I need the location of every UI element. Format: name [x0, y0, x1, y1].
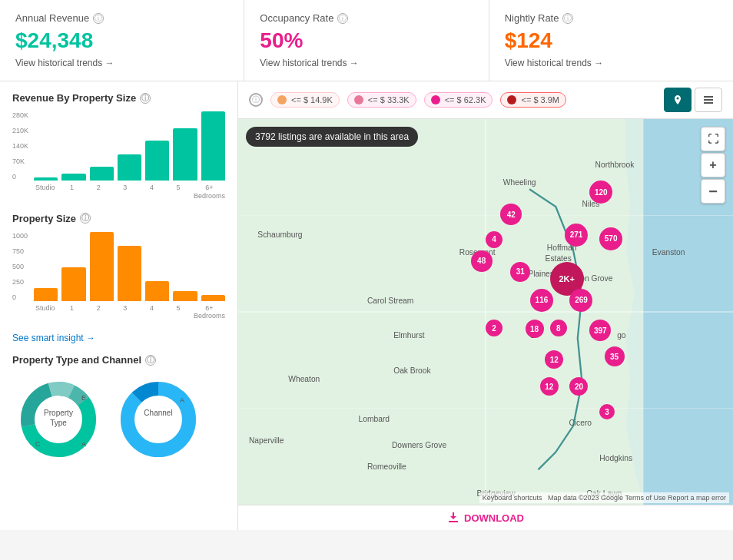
- list-view-button[interactable]: [695, 88, 722, 112]
- x-3-prop: 3: [114, 304, 137, 321]
- x-5-prop: 5: [167, 304, 190, 321]
- revenue-chart-section: Revenue By Property Size ⓘ 280K 210K 140…: [12, 92, 225, 200]
- nightly-rate-value: $124: [505, 28, 718, 53]
- map-view-button[interactable]: [664, 88, 692, 112]
- cluster-271[interactable]: 271: [565, 224, 588, 247]
- nightly-rate-link[interactable]: View historical trends →: [505, 58, 718, 68]
- svg-text:Downers Grove: Downers Grove: [392, 441, 447, 449]
- revenue-info-icon: ⓘ: [140, 93, 151, 104]
- annual-revenue-card: Annual Revenue ⓘ $24,348 View historical…: [0, 0, 244, 81]
- rev-bar-4: [145, 141, 169, 181]
- svg-text:Wheeling: Wheeling: [503, 178, 536, 187]
- svg-text:Carol Stream: Carol Stream: [367, 297, 413, 305]
- annual-revenue-link[interactable]: View historical trends →: [15, 58, 228, 68]
- property-type-donut-container: Property Type E C A: [12, 373, 104, 466]
- right-panel: ⓘ <= $ 14.9K <= $ 33.3K <= $ 62.3K <= $ …: [238, 81, 733, 530]
- channel-donut: Channel A: [112, 373, 204, 466]
- cluster-2[interactable]: 2: [486, 320, 502, 336]
- svg-text:Wheaton: Wheaton: [288, 375, 320, 383]
- smart-insight-link[interactable]: See smart insight →: [12, 333, 225, 343]
- prop-bar-1: [61, 267, 85, 300]
- y-label-250: 250: [12, 278, 28, 286]
- y-label-750: 750: [12, 247, 28, 255]
- cluster-18[interactable]: 18: [526, 320, 544, 338]
- cluster-116[interactable]: 116: [530, 289, 553, 312]
- svg-text:Channel: Channel: [144, 409, 172, 417]
- x-1-rev: 1: [61, 184, 84, 200]
- x-studio-rev: Studio: [34, 184, 57, 200]
- legend-item-2: <= $ 33.3K: [347, 92, 416, 108]
- property-size-title: Property Size ⓘ: [12, 213, 225, 224]
- property-size-info-icon: ⓘ: [80, 213, 91, 224]
- svg-text:Romeoville: Romeoville: [367, 462, 406, 471]
- svg-text:E: E: [81, 394, 86, 402]
- rev-bar-6plus: [201, 111, 225, 181]
- bottom-bar: DOWNLOAD: [238, 505, 733, 530]
- map-controls: ⛶ + −: [701, 127, 725, 204]
- y-label-280k: 280K: [12, 111, 28, 119]
- svg-text:A: A: [81, 440, 86, 448]
- y-label-0-prop: 0: [12, 293, 28, 301]
- property-size-section: Property Size ⓘ 1000 750 500 250 0: [12, 213, 225, 321]
- map-attribution: Keyboard shortcuts Map data ©2023 Google…: [479, 492, 729, 503]
- property-type-channel-title: Property Type and Channel ⓘ: [12, 354, 225, 366]
- legend-item-3: <= $ 62.3K: [424, 92, 493, 108]
- rev-bar-1: [61, 174, 85, 181]
- download-button[interactable]: DOWNLOAD: [447, 512, 524, 524]
- prop-bar-2: [90, 232, 114, 301]
- x-2-prop: 2: [87, 304, 110, 321]
- svg-text:Hodgkins: Hodgkins: [599, 454, 632, 462]
- occupancy-rate-link[interactable]: View historical trends →: [260, 58, 473, 68]
- cluster-12b[interactable]: 12: [540, 377, 559, 396]
- x-4-rev: 4: [141, 184, 164, 200]
- svg-text:Elmhurst: Elmhurst: [393, 331, 425, 340]
- donut-charts-row: Property Type E C A Channel: [12, 373, 225, 466]
- cluster-4[interactable]: 4: [486, 231, 502, 248]
- x-2-rev: 2: [87, 184, 110, 200]
- rev-bar-studio: [34, 177, 58, 181]
- annual-revenue-info-icon: ⓘ: [93, 13, 104, 24]
- view-toggle: [664, 88, 722, 112]
- cluster-8[interactable]: 8: [550, 320, 567, 336]
- property-size-chart: 1000 750 500 250 0: [12, 232, 225, 301]
- legend-item-4: <= $ 3.9M: [500, 92, 566, 108]
- nightly-rate-title: Nightly Rate ⓘ: [505, 12, 718, 24]
- rev-bar-5: [173, 128, 197, 181]
- y-label-70k: 70K: [12, 157, 28, 165]
- map-area: Schaumburg Carol Stream Elmhurst Wheaton…: [238, 119, 733, 505]
- svg-text:Evanston: Evanston: [652, 248, 685, 257]
- occupancy-rate-card: Occupancy Rate ⓘ 50% View historical tre…: [244, 0, 489, 81]
- svg-text:Northbrook: Northbrook: [595, 161, 635, 169]
- map-header: ⓘ <= $ 14.9K <= $ 33.3K <= $ 62.3K <= $ …: [238, 81, 733, 119]
- y-label-500: 500: [12, 263, 28, 270]
- y-label-0-rev: 0: [12, 173, 28, 181]
- x-5-rev: 5: [167, 184, 190, 200]
- cluster-35[interactable]: 35: [605, 346, 625, 366]
- cluster-570[interactable]: 570: [599, 227, 622, 250]
- left-panel: Revenue By Property Size ⓘ 280K 210K 140…: [0, 81, 238, 530]
- cluster-48[interactable]: 48: [471, 250, 493, 272]
- svg-rect-17: [704, 102, 713, 104]
- property-type-section: Property Type and Channel ⓘ Property Typ…: [12, 354, 225, 466]
- svg-text:Property: Property: [44, 409, 73, 417]
- x-6plus-rev: 6+Bedrooms: [194, 184, 225, 200]
- prop-bar-3: [118, 246, 141, 301]
- svg-text:Schaumburg: Schaumburg: [257, 230, 302, 239]
- annual-revenue-value: $24,348: [15, 28, 228, 53]
- prop-bar-6plus: [201, 295, 225, 301]
- map-zoom-out-button[interactable]: −: [701, 179, 725, 204]
- rev-bar-2: [90, 167, 114, 181]
- svg-text:A: A: [180, 396, 184, 404]
- cluster-31[interactable]: 31: [510, 262, 530, 282]
- property-type-donut: Property Type E C A: [12, 373, 104, 466]
- svg-text:Cicero: Cicero: [569, 419, 592, 427]
- y-label-210k: 210K: [12, 127, 28, 134]
- y-label-1000: 1000: [12, 232, 28, 240]
- rev-bar-3: [118, 154, 141, 181]
- map-expand-button[interactable]: ⛶: [701, 127, 725, 151]
- property-type-info-icon: ⓘ: [145, 355, 156, 366]
- x-studio-prop: Studio: [34, 304, 57, 321]
- map-zoom-in-button[interactable]: +: [701, 153, 725, 177]
- map-notification: 3792 listings are available in this area: [246, 127, 418, 147]
- revenue-chart-title: Revenue By Property Size ⓘ: [12, 92, 225, 104]
